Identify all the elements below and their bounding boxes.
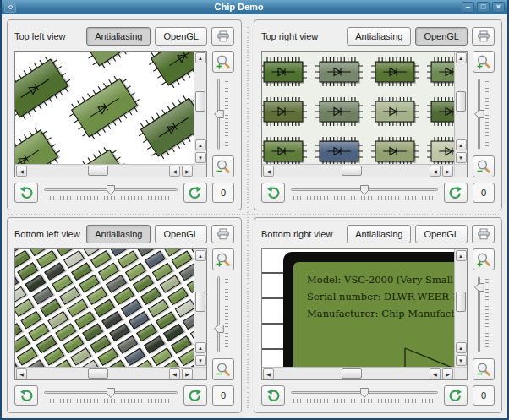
vscroll-handle[interactable] [456, 91, 466, 112]
close-button[interactable]: × [492, 2, 505, 13]
rotate-slider[interactable] [289, 183, 440, 203]
opengl-button[interactable]: OpenGL [415, 27, 468, 46]
zoom-out-button[interactable] [212, 155, 234, 177]
zoom-slider[interactable] [473, 275, 495, 354]
hscroll-track[interactable] [275, 368, 429, 379]
zoom-out-button[interactable] [473, 358, 495, 380]
rotate-left-button[interactable] [261, 385, 285, 406]
hscroll-handle[interactable] [342, 166, 362, 176]
scroll-up-button-2[interactable]: ▲ [195, 342, 206, 353]
rotate-slider-handle[interactable] [106, 184, 116, 196]
hscroll-handle[interactable] [88, 368, 108, 379]
print-button[interactable] [472, 225, 495, 243]
splitter-horizontal-handle[interactable] [8, 214, 501, 215]
scroll-left-button[interactable]: ◀ [263, 368, 274, 379]
rotate-slider[interactable] [42, 385, 179, 406]
rotate-left-button[interactable] [14, 385, 38, 406]
scroll-down-button[interactable]: ▼ [456, 152, 467, 163]
rotate-slider-handle[interactable] [359, 184, 369, 196]
graphics-view[interactable]: ▲ ▲ ▼ ◀ ◀ ▶ [14, 51, 207, 177]
rotate-slider[interactable] [42, 183, 179, 203]
horizontal-scrollbar[interactable]: ◀ ◀ ▶ [15, 164, 194, 177]
scroll-left-button-2[interactable]: ◀ [430, 166, 441, 177]
scroll-up-button[interactable]: ▲ [195, 52, 206, 63]
hscroll-track[interactable] [275, 165, 429, 177]
scroll-up-button[interactable]: ▲ [456, 250, 467, 261]
window-menu-button[interactable] [4, 2, 16, 13]
scroll-right-button[interactable]: ▶ [442, 368, 453, 379]
scroll-right-button[interactable]: ▶ [442, 166, 453, 177]
rotate-right-button[interactable] [183, 183, 207, 203]
scroll-left-button[interactable]: ◀ [16, 166, 27, 177]
hscroll-handle[interactable] [342, 368, 362, 379]
scroll-down-button[interactable]: ▼ [456, 355, 467, 366]
vscroll-handle[interactable] [456, 292, 466, 312]
rotate-left-button[interactable] [261, 183, 285, 203]
titlebar[interactable]: Chip Demo – □ × [2, 0, 507, 14]
scroll-left-button-2[interactable]: ◀ [169, 368, 180, 379]
maximize-button[interactable]: □ [477, 2, 490, 13]
scroll-right-button[interactable]: ▶ [182, 368, 193, 379]
scroll-left-button[interactable]: ◀ [16, 368, 27, 379]
vertical-scrollbar[interactable]: ▲ ▲ ▼ [194, 249, 206, 367]
hscroll-track[interactable] [28, 368, 168, 379]
scroll-up-button[interactable]: ▲ [456, 52, 467, 63]
zoom-slider-handle[interactable] [473, 109, 485, 119]
vscroll-track[interactable] [455, 262, 467, 341]
zoom-in-button[interactable] [473, 248, 495, 270]
print-button[interactable] [211, 27, 234, 46]
graphics-view[interactable]: ▲ ▲ ▼ ◀ ◀ ▶ [261, 51, 468, 177]
antialiasing-button[interactable]: Antialiasing [86, 225, 151, 243]
vscroll-track[interactable] [194, 64, 206, 139]
opengl-button[interactable]: OpenGL [155, 225, 207, 243]
scroll-down-button[interactable]: ▼ [195, 152, 206, 163]
scroll-up-button-2[interactable]: ▲ [195, 139, 206, 150]
scroll-up-button-2[interactable]: ▲ [456, 342, 467, 353]
opengl-button[interactable]: OpenGL [415, 225, 468, 243]
graphics-view[interactable]: ▲ ▲ ▼ ◀ ◀ ▶ [14, 248, 207, 380]
hscroll-track[interactable] [28, 165, 168, 177]
horizontal-scrollbar[interactable]: ◀ ◀ ▶ [262, 367, 454, 379]
print-button[interactable] [211, 225, 234, 243]
scroll-left-button-2[interactable]: ◀ [169, 166, 180, 177]
vertical-scrollbar[interactable]: ▲ ▲ ▼ [194, 52, 206, 164]
scroll-up-button-2[interactable]: ▲ [456, 139, 467, 150]
vertical-scrollbar[interactable]: ▲ ▲ ▼ [454, 249, 467, 367]
vscroll-track[interactable] [194, 262, 206, 341]
zoom-slider-handle[interactable] [213, 109, 225, 119]
scroll-up-button[interactable]: ▲ [195, 250, 206, 261]
opengl-button[interactable]: OpenGL [155, 27, 207, 46]
vscroll-track[interactable] [455, 64, 467, 139]
zoom-slider-handle[interactable] [473, 282, 485, 292]
zoom-slider[interactable] [473, 77, 495, 151]
minimize-button[interactable]: – [462, 2, 474, 13]
hscroll-handle[interactable] [88, 166, 108, 176]
zoom-out-button[interactable] [473, 155, 495, 177]
horizontal-scrollbar[interactable]: ◀ ◀ ▶ [15, 367, 194, 379]
rotate-slider-handle[interactable] [106, 387, 116, 399]
rotate-right-button[interactable] [444, 385, 468, 406]
vertical-scrollbar[interactable]: ▲ ▲ ▼ [454, 52, 467, 164]
scroll-left-button-2[interactable]: ◀ [430, 368, 441, 379]
scroll-right-button[interactable]: ▶ [182, 166, 193, 177]
antialiasing-button[interactable]: Antialiasing [347, 27, 411, 46]
rotate-slider-handle[interactable] [359, 387, 369, 399]
zoom-in-button[interactable] [212, 51, 234, 73]
print-button[interactable] [472, 27, 495, 46]
vscroll-handle[interactable] [195, 91, 205, 112]
rotate-left-button[interactable] [14, 183, 38, 203]
rotate-right-button[interactable] [444, 183, 468, 203]
zoom-in-button[interactable] [473, 51, 495, 73]
scroll-left-button[interactable]: ◀ [263, 166, 274, 177]
vscroll-handle[interactable] [195, 292, 205, 312]
zoom-in-button[interactable] [212, 248, 234, 270]
zoom-out-button[interactable] [212, 358, 234, 380]
rotate-slider[interactable] [289, 385, 440, 406]
graphics-view[interactable]: Model: VSC-2000 (Very Small Chip) at 9Se… [261, 248, 468, 380]
zoom-slider[interactable] [212, 275, 234, 354]
horizontal-scrollbar[interactable]: ◀ ◀ ▶ [262, 164, 454, 177]
zoom-slider-handle[interactable] [213, 324, 225, 334]
rotate-right-button[interactable] [183, 385, 207, 406]
splitter-vertical-handle[interactable] [247, 25, 249, 408]
antialiasing-button[interactable]: Antialiasing [347, 225, 411, 243]
